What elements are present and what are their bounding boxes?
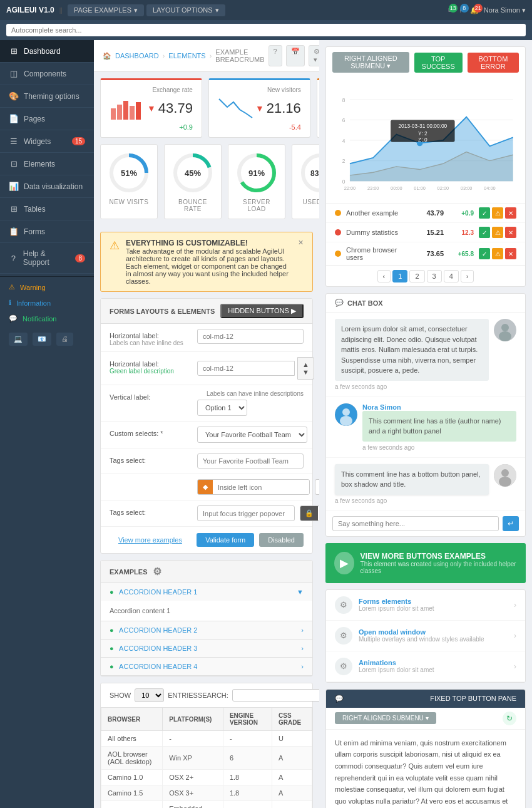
chat-send-btn[interactable]: ↵ xyxy=(503,516,519,531)
sidebar-item-elements[interactable]: ⊡ Elements xyxy=(0,153,94,175)
sidebar-item-theming[interactable]: 🎨 Theming options xyxy=(0,85,94,108)
legend-x-1[interactable]: ✕ xyxy=(505,227,516,238)
envelope-notification[interactable]: ✉ 13 xyxy=(448,6,454,14)
chat-time-0: a few seconds ago xyxy=(335,383,489,390)
form-label-5: Tags select: xyxy=(110,453,191,464)
col-browser[interactable]: BROWSER xyxy=(101,708,163,731)
list-item-0[interactable]: ⚙ Forms elements Lorem ipsum dolor sit a… xyxy=(326,590,525,621)
sidebar-btn-1[interactable]: 💻 xyxy=(9,333,28,346)
sidebar-item-widgets[interactable]: ☰ Widgets 15 xyxy=(0,130,94,153)
form-select-3[interactable]: Option 1 Option 2 xyxy=(197,400,247,416)
legend-check-1[interactable]: ✓ xyxy=(479,227,490,238)
form-tags-5[interactable] xyxy=(197,453,304,469)
legend-warn-0[interactable]: ⚠ xyxy=(492,207,503,219)
sidebar-item-components[interactable]: ◫ Components xyxy=(0,63,94,85)
form-custom-select-4[interactable]: Your Favorite Football Team xyxy=(197,427,307,443)
calendar-icon[interactable]: 📅 xyxy=(286,45,305,66)
chart-page-prev[interactable]: ‹ xyxy=(377,270,391,282)
legend-warn-2[interactable]: ⚠ xyxy=(492,248,503,259)
legend-change-1: 12.3 xyxy=(449,229,474,236)
accordion-header-3[interactable]: ● ACCORDION HEADER 3 › xyxy=(101,640,312,657)
page-examples-arrow: ▾ xyxy=(134,6,138,14)
accordion-header-1[interactable]: ● ACCORDION HEADER 1 ▼ xyxy=(101,583,312,601)
breadcrumb-dashboard[interactable]: DASHBOARD xyxy=(115,52,159,60)
sidebar-item-forms[interactable]: 📋 Forms xyxy=(0,220,94,243)
table-search-input[interactable] xyxy=(232,689,319,702)
fixed-pane: 💬 FIXED TOP BUTTON PANE RIGHT ALIGNED SU… xyxy=(325,689,526,809)
alert-close-btn[interactable]: ✕ xyxy=(298,239,304,247)
view-more-btn[interactable]: View more examples xyxy=(110,533,191,547)
settings-icon[interactable]: ⚙ ▾ xyxy=(309,45,319,66)
right-text-input[interactable] xyxy=(315,479,319,495)
list-item-icon-2: ⚙ xyxy=(335,658,352,675)
sidebar-item-help[interactable]: ? Help & Support 8 xyxy=(0,243,94,274)
chat-time-2: a few seconds ago xyxy=(335,497,489,504)
list-item-2[interactable]: ⚙ Animations Lorem ipsum dolor sit amet … xyxy=(326,651,525,682)
sidebar-bottom-icons: 💻 📧 🖨 xyxy=(0,326,94,352)
show-label: SHOW xyxy=(110,691,131,699)
chat-avatar-1 xyxy=(335,403,357,426)
breadcrumb-elements[interactable]: ELEMENTS xyxy=(168,52,205,60)
sidebar-item-tables[interactable]: ⊞ Tables xyxy=(0,198,94,220)
icon-input-field[interactable] xyxy=(213,480,309,494)
accordion-header-4[interactable]: ● ACCORDION HEADER 4 › xyxy=(101,658,312,675)
sidebar-btn-3[interactable]: 🖨 xyxy=(56,333,73,346)
lock-input: 🔒 xyxy=(300,505,319,521)
legend-x-0[interactable]: ✕ xyxy=(505,207,516,219)
chart-page-next[interactable]: › xyxy=(461,270,474,282)
help-breadcrumb-btn[interactable]: ? xyxy=(269,45,282,66)
form-input-2-addon[interactable]: ▲▼ xyxy=(297,357,314,380)
disabled-btn[interactable]: Disabled xyxy=(259,533,304,547)
breadcrumb-actions: ? 📅 ⚙ ▾ xyxy=(269,45,319,66)
bell-badge: 21 xyxy=(474,4,483,13)
legend-name-0: Another example xyxy=(346,209,411,217)
legend-check-2[interactable]: ✓ xyxy=(479,248,490,259)
chart-page-2[interactable]: 2 xyxy=(409,270,424,282)
sidebar-warning[interactable]: ⚠ Warning xyxy=(0,279,94,295)
popover-input[interactable] xyxy=(197,505,295,521)
col-css[interactable]: CSS GRADE xyxy=(272,708,312,731)
search-input[interactable] xyxy=(6,24,526,36)
user-name[interactable]: Nora Simon ▾ xyxy=(484,6,526,14)
sidebar-notification[interactable]: 💬 Notification xyxy=(0,311,94,326)
hidden-buttons-btn[interactable]: HIDDEN BUTTONS ▶ xyxy=(220,304,304,318)
chart-page-3[interactable]: 3 xyxy=(427,270,442,282)
form-input-1[interactable] xyxy=(197,329,304,344)
legend-warn-1[interactable]: ⚠ xyxy=(492,227,503,238)
layout-options-btn[interactable]: LAYOUT OPTIONS ▾ xyxy=(146,4,225,16)
legend-check-0[interactable]: ✓ xyxy=(479,207,490,219)
list-item-1[interactable]: ⚙ Open modal window Multiple overlays an… xyxy=(326,621,525,651)
chat-input[interactable] xyxy=(332,516,499,531)
fixed-pane-submenu-btn[interactable]: RIGHT ALIGNED SUBMENU ▾ xyxy=(335,712,436,724)
col-platform[interactable]: PLATFORM(S) xyxy=(163,708,223,731)
bell-notification[interactable]: 🔔 21 xyxy=(470,6,479,14)
form-input-2[interactable] xyxy=(197,361,295,376)
legend-x-2[interactable]: ✕ xyxy=(505,248,516,259)
stat-exchange-value: 43.79 xyxy=(158,100,193,117)
bottom-error-btn[interactable]: BOTTOM ERROR xyxy=(468,53,519,73)
legend-change-0: +0.9 xyxy=(449,210,474,217)
right-aligned-submenu-btn[interactable]: RIGHT ALIGNED SUBMENU ▾ xyxy=(332,52,409,73)
table-controls: SHOW 10 25 50 ENTRIES SEARCH: xyxy=(101,683,312,707)
flag-notification[interactable]: ⚑ 8 xyxy=(459,6,465,14)
sidebar-info[interactable]: ℹ Information xyxy=(0,295,94,311)
col-engine[interactable]: ENGINE VERSION xyxy=(223,708,272,731)
sidebar-item-dashboard[interactable]: ⊞ Dashboard xyxy=(0,40,94,63)
sidebar-btn-2[interactable]: 📧 xyxy=(33,333,51,346)
sidebar-warning-label: Warning xyxy=(20,284,46,291)
top-nav: PAGE EXAMPLES ▾ LAYOUT OPTIONS ▾ xyxy=(68,4,225,16)
chart-page-4[interactable]: 4 xyxy=(444,270,459,282)
entries-select[interactable]: 10 25 50 xyxy=(135,688,164,702)
examples-section: EXAMPLES ⚙ ● ACCORDION HEADER 1 ▼ Accord… xyxy=(100,560,313,676)
page-examples-btn[interactable]: PAGE EXAMPLES ▾ xyxy=(68,4,144,16)
fixed-pane-refresh-btn[interactable]: ↻ xyxy=(503,712,516,725)
chart-page-1[interactable]: 1 xyxy=(392,270,407,282)
sidebar-item-pages[interactable]: 📄 Pages xyxy=(0,108,94,130)
top-success-btn[interactable]: TOP SUCCESS xyxy=(414,53,463,73)
view-more-buttons[interactable]: ▶ VIEW MORE BUTTONS EXAMPLES This elemen… xyxy=(325,543,526,583)
sidebar-item-dataviz[interactable]: 📊 Data visualization xyxy=(0,175,94,198)
svg-rect-4 xyxy=(136,102,141,120)
accordion-header-2[interactable]: ● ACCORDION HEADER 2 › xyxy=(101,621,312,639)
validate-form-btn[interactable]: Validate form xyxy=(197,533,254,547)
form-label-4: Custom selects: * xyxy=(110,427,191,437)
